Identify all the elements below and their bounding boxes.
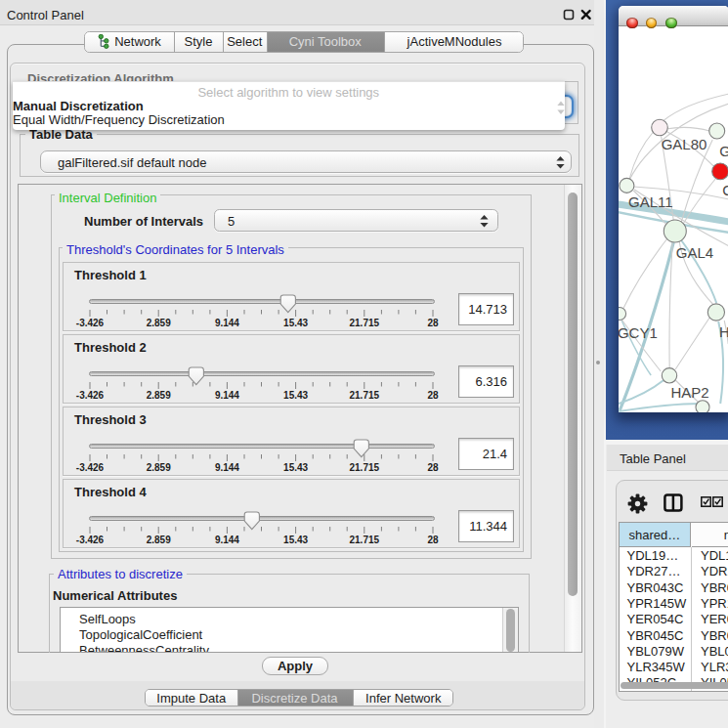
svg-text:GA: GA [719, 143, 728, 159]
svg-text:GAL80: GAL80 [661, 136, 707, 152]
svg-text:C: C [722, 182, 728, 198]
svg-text:GAL4: GAL4 [676, 244, 713, 261]
svg-text:GAL11: GAL11 [628, 193, 673, 210]
svg-text:H: H [719, 323, 728, 340]
svg-text:GCY1: GCY1 [619, 324, 658, 341]
svg-text:HAP2: HAP2 [670, 384, 708, 401]
